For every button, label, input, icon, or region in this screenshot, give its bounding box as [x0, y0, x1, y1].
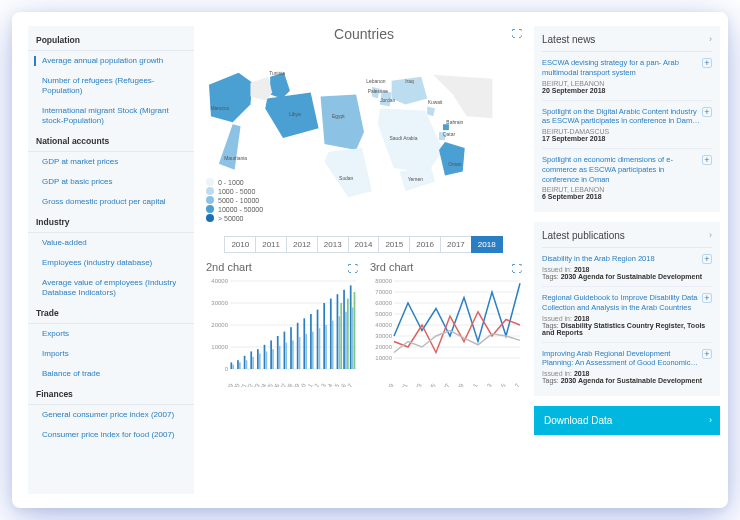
sidebar-item[interactable]: Value-added	[28, 233, 194, 253]
svg-rect-84	[352, 307, 354, 369]
plus-icon[interactable]: +	[702, 254, 712, 264]
svg-rect-40	[259, 354, 261, 369]
year-button[interactable]: 2012	[286, 236, 318, 253]
sidebar-item[interactable]: International migrant Stock (Migrant sto…	[28, 101, 194, 131]
sidebar-item[interactable]: General consumer price index (2007)	[28, 405, 194, 425]
publication-link[interactable]: Regional Guidebook to Improve Disability…	[542, 293, 712, 313]
year-button[interactable]: 2010	[224, 236, 256, 253]
sidebar-item[interactable]: Number of refugees (Refugees-Population)	[28, 71, 194, 101]
svg-text:10000: 10000	[211, 344, 228, 350]
svg-text:Oman: Oman	[448, 162, 462, 167]
news-panel: Latest news› +ESCWA devising strategy fo…	[534, 26, 720, 212]
legend-swatch	[206, 205, 214, 213]
year-button[interactable]: 2011	[255, 236, 287, 253]
news-link[interactable]: ESCWA devising strategy for a pan- Arab …	[542, 58, 712, 78]
sidebar-item[interactable]: Consumer price index for food (2007)	[28, 425, 194, 445]
sidebar-item[interactable]: Balance of trade	[28, 364, 194, 384]
svg-rect-75	[337, 294, 339, 369]
publication-link[interactable]: Improving Arab Regional Development Plan…	[542, 349, 712, 369]
sidebar-item[interactable]: GDP at market prices	[28, 152, 194, 172]
svg-rect-64	[312, 332, 314, 369]
news-link[interactable]: Spotlight on the Digital Arabic Content …	[542, 107, 712, 127]
sidebar-item[interactable]: Imports	[28, 344, 194, 364]
year-button[interactable]: 2016	[409, 236, 441, 253]
publication-link[interactable]: Disability in the Arab Region 2018	[542, 254, 712, 264]
svg-rect-43	[266, 351, 268, 369]
svg-rect-33	[244, 356, 246, 369]
svg-text:Jordan: Jordan	[380, 98, 395, 103]
svg-text:Tunisia: Tunisia	[269, 71, 285, 76]
legend-row: 0 - 1000	[206, 178, 263, 186]
svg-text:30000: 30000	[211, 300, 228, 306]
sidebar-item[interactable]: Average value of employees (Industry Dat…	[28, 273, 194, 303]
svg-text:50000: 50000	[375, 311, 392, 317]
news-link[interactable]: Spotlight on economic dimensions of e-co…	[542, 155, 712, 184]
year-button[interactable]: 2015	[378, 236, 410, 253]
legend-label: 5000 - 10000	[218, 197, 259, 204]
legend-row: > 50000	[206, 214, 263, 222]
svg-text:Egypt: Egypt	[332, 114, 345, 119]
svg-text:Kuwait: Kuwait	[428, 100, 443, 105]
chevron-right-icon[interactable]: ›	[709, 230, 712, 240]
svg-text:2009: 2009	[453, 382, 465, 387]
svg-rect-77	[340, 303, 342, 369]
svg-text:Saudi Arabia: Saudi Arabia	[390, 136, 418, 141]
year-button[interactable]: 2017	[440, 236, 472, 253]
chart-2-title: 2nd chart	[206, 261, 358, 273]
svg-text:20000: 20000	[375, 344, 392, 350]
sidebar-item[interactable]: GDP at basic prices	[28, 172, 194, 192]
expand-icon[interactable]: ⛶	[512, 28, 522, 39]
svg-rect-83	[350, 285, 352, 369]
legend-label: 0 - 1000	[218, 179, 244, 186]
sidebar-item[interactable]: Gross domestic product per capital	[28, 192, 194, 212]
chart-3-title: 3rd chart	[370, 261, 522, 273]
plus-icon[interactable]: +	[702, 155, 712, 165]
svg-rect-67	[319, 328, 321, 369]
download-data-button[interactable]: Download Data›	[534, 406, 720, 435]
news-meta: BEIRUT, LEBANON20 September 2018	[542, 80, 712, 94]
news-item: +ESCWA devising strategy for a pan- Arab…	[542, 52, 712, 101]
year-button[interactable]: 2013	[317, 236, 349, 253]
svg-text:80000: 80000	[375, 278, 392, 284]
legend-swatch	[206, 214, 214, 222]
plus-icon[interactable]: +	[702, 349, 712, 359]
svg-rect-42	[264, 345, 266, 369]
expand-icon[interactable]: ⛶	[348, 263, 358, 274]
svg-text:0: 0	[225, 366, 229, 372]
svg-text:Palestine: Palestine	[368, 89, 389, 94]
svg-text:40000: 40000	[375, 322, 392, 328]
plus-icon[interactable]: +	[702, 293, 712, 303]
svg-text:Libya: Libya	[289, 112, 301, 117]
chevron-right-icon[interactable]: ›	[709, 34, 712, 44]
plus-icon[interactable]: +	[702, 107, 712, 117]
pub-meta: Issued in: 2018Tags: 2030 Agenda for Sus…	[542, 266, 712, 280]
sidebar-item[interactable]: Exports	[28, 324, 194, 344]
year-button[interactable]: 2014	[348, 236, 380, 253]
news-item: +Spotlight on the Digital Arabic Content…	[542, 101, 712, 150]
svg-rect-69	[323, 303, 325, 369]
legend-label: 10000 - 50000	[218, 206, 263, 213]
svg-rect-60	[303, 318, 305, 369]
svg-rect-58	[299, 337, 301, 369]
svg-text:2017: 2017	[509, 382, 521, 387]
sidebar-item[interactable]: Average annual population growth	[28, 51, 194, 71]
right-column: Latest news› +ESCWA devising strategy fo…	[534, 26, 720, 494]
sidebar-group-header: Trade	[28, 303, 194, 324]
svg-text:2003: 2003	[411, 382, 423, 387]
svg-rect-57	[297, 323, 299, 369]
publications-panel: Latest publications› +Disability in the …	[534, 222, 720, 396]
svg-rect-73	[332, 321, 334, 369]
svg-rect-85	[354, 292, 356, 369]
chart-3-canvas: 1000020000300004000050000600007000080000…	[370, 277, 522, 387]
svg-rect-72	[330, 299, 332, 369]
chart-3: 3rd chart ⛶ 1000020000300004000050000600…	[370, 261, 522, 387]
svg-rect-28	[232, 365, 234, 369]
svg-rect-80	[345, 312, 347, 369]
svg-rect-37	[252, 357, 254, 369]
sidebar-item[interactable]: Employees (industry database)	[28, 253, 194, 273]
plus-icon[interactable]: +	[702, 58, 712, 68]
year-button[interactable]: 2018	[471, 236, 503, 253]
svg-text:20000: 20000	[211, 322, 228, 328]
sidebar: PopulationAverage annual population grow…	[28, 26, 194, 494]
expand-icon[interactable]: ⛶	[512, 263, 522, 274]
